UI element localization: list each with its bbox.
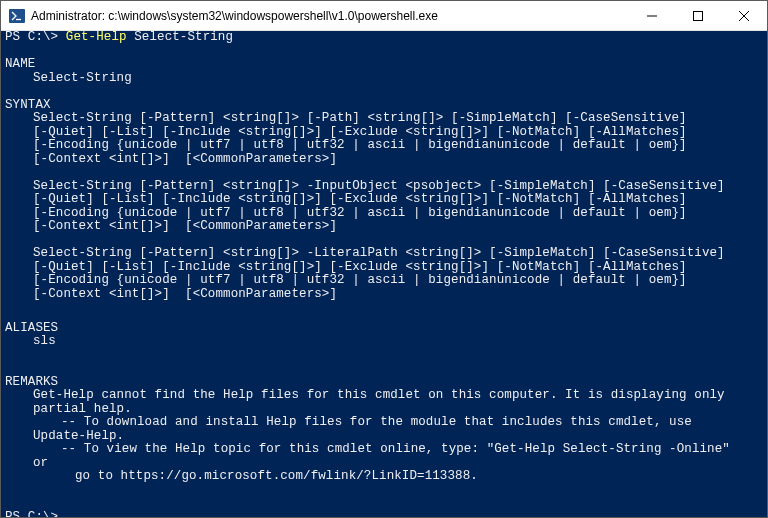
remarks-line: -- To view the Help topic for this cmdle… — [5, 443, 763, 457]
cmdlet-get-help: Get-Help — [66, 31, 127, 44]
remarks-line: Get-Help cannot find the Help files for … — [5, 389, 763, 403]
cmdlet-arg: Select-String — [134, 31, 233, 44]
powershell-icon — [9, 8, 25, 24]
window-title: Administrator: c:\windows\system32\windo… — [31, 9, 629, 23]
name-value: Select-String — [5, 72, 763, 86]
console-output[interactable]: PS C:\> Get-Help Select-StringNAME Selec… — [1, 31, 767, 517]
maximize-button[interactable] — [675, 1, 721, 30]
syntax-header: SYNTAX — [5, 98, 51, 112]
remarks-header: REMARKS — [5, 375, 58, 389]
syntax-line: Select-String [-Pattern] <string[]> -Lit… — [5, 247, 763, 261]
name-header: NAME — [5, 57, 35, 71]
aliases-value: sls — [5, 335, 763, 349]
command-line-2[interactable]: PS C:\> — [5, 511, 763, 518]
remarks-line: or — [5, 457, 763, 471]
window-controls — [629, 1, 767, 30]
aliases-header: ALIASES — [5, 321, 58, 335]
svg-rect-0 — [9, 9, 25, 23]
syntax-line: [-Quiet] [-List] [-Include <string[]>] [… — [5, 126, 763, 140]
powershell-window: Administrator: c:\windows\system32\windo… — [0, 0, 768, 518]
syntax-line: [-Encoding {unicode | utf7 | utf8 | utf3… — [5, 207, 763, 221]
blank-line — [5, 45, 763, 59]
svg-rect-3 — [694, 11, 703, 20]
syntax-line: Select-String [-Pattern] <string[]> [-Pa… — [5, 112, 763, 126]
syntax-line: [-Quiet] [-List] [-Include <string[]>] [… — [5, 261, 763, 275]
titlebar[interactable]: Administrator: c:\windows\system32\windo… — [1, 1, 767, 31]
remarks-line: go to https://go.microsoft.com/fwlink/?L… — [5, 470, 763, 484]
close-button[interactable] — [721, 1, 767, 30]
syntax-line: [-Quiet] [-List] [-Include <string[]>] [… — [5, 193, 763, 207]
remarks-line: Update-Help. — [5, 430, 763, 444]
minimize-button[interactable] — [629, 1, 675, 30]
syntax-line: [-Context <int[]>] [<CommonParameters>] — [5, 153, 763, 167]
command-line-1: PS C:\> Get-Help Select-String — [5, 31, 763, 45]
ps-prompt: PS C:\> — [5, 510, 66, 518]
syntax-line: [-Encoding {unicode | utf7 | utf8 | utf3… — [5, 139, 763, 153]
remarks-line: partial help. — [5, 403, 763, 417]
syntax-line: [-Context <int[]>] [<CommonParameters>] — [5, 220, 763, 234]
syntax-line: [-Encoding {unicode | utf7 | utf8 | utf3… — [5, 274, 763, 288]
ps-prompt: PS C:\> — [5, 31, 66, 44]
syntax-line: [-Context <int[]>] [<CommonParameters>] — [5, 288, 763, 302]
syntax-line: Select-String [-Pattern] <string[]> -Inp… — [5, 180, 763, 194]
remarks-line: -- To download and install Help files fo… — [5, 416, 763, 430]
